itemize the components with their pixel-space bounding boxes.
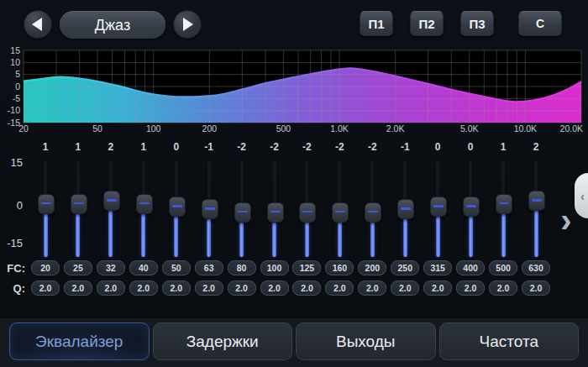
band-gain-slider[interactable]	[323, 158, 356, 259]
band-q-button[interactable]: 2.0	[358, 280, 386, 296]
slider-thumb[interactable]	[365, 202, 381, 223]
band-q-button[interactable]: 2.0	[456, 280, 485, 296]
slider-thumb[interactable]	[71, 194, 87, 214]
band-q-button[interactable]: 2.0	[31, 280, 60, 296]
right-arrow-icon	[183, 18, 193, 31]
band-gain-value: 1	[61, 141, 95, 153]
equalizer-panel: 15 0 -15 FC: Q: 1202.01252.02322.01402.0…	[0, 141, 588, 304]
thumb-accent-line	[532, 199, 542, 202]
band-fc-button[interactable]: 200	[358, 260, 386, 275]
band-q-button[interactable]: 2.0	[292, 280, 321, 296]
slider-fill	[76, 211, 80, 257]
slider-thumb[interactable]	[202, 199, 218, 219]
band-fc-button[interactable]: 20	[31, 260, 60, 275]
band-fc-button[interactable]: 80	[228, 260, 256, 275]
tab-outputs[interactable]: Выходы	[296, 322, 436, 360]
preset-memory-buttons: П1П2П3C	[360, 11, 562, 36]
preset-slot-1[interactable]: П1	[360, 11, 393, 36]
eq-band-63: -1632.0	[192, 141, 226, 304]
band-gain-slider[interactable]	[486, 158, 520, 259]
band-gain-slider[interactable]	[225, 158, 259, 259]
slider-thumb[interactable]	[496, 194, 512, 214]
band-gain-value: -2	[323, 141, 356, 153]
band-gain-value: -2	[258, 141, 291, 153]
preset-slot-3[interactable]: П3	[460, 11, 494, 36]
preset-slot-2[interactable]: П2	[410, 11, 444, 36]
band-fc-button[interactable]: 100	[260, 260, 289, 275]
band-gain-slider[interactable]	[29, 158, 62, 259]
slider-thumb[interactable]	[103, 191, 120, 211]
preset-name[interactable]: Джаз	[60, 11, 165, 39]
band-fc-button[interactable]: 400	[456, 260, 485, 275]
band-fc-button[interactable]: 63	[195, 260, 223, 275]
band-gain-slider[interactable]	[355, 158, 389, 259]
band-q-button[interactable]: 2.0	[162, 280, 191, 296]
band-q-button[interactable]: 2.0	[325, 280, 354, 296]
band-fc-button[interactable]: 250	[391, 260, 419, 275]
band-gain-value: 2	[519, 141, 553, 153]
slider-fill	[141, 211, 145, 257]
band-fc-button[interactable]: 315	[423, 260, 452, 275]
svg-text:20: 20	[18, 123, 29, 134]
band-q-button[interactable]: 2.0	[228, 280, 256, 296]
eq-band-20: 1202.0	[29, 141, 62, 304]
band-q-button[interactable]: 2.0	[522, 280, 550, 296]
band-q-button[interactable]: 2.0	[195, 280, 223, 296]
band-fc-button[interactable]: 160	[325, 260, 354, 275]
band-q-button[interactable]: 2.0	[129, 280, 158, 296]
slider-thumb[interactable]	[430, 197, 447, 217]
band-q-button[interactable]: 2.0	[64, 280, 92, 296]
band-fc-button[interactable]: 25	[64, 260, 92, 275]
band-gain-slider[interactable]	[192, 158, 226, 259]
band-q-button[interactable]: 2.0	[489, 280, 517, 296]
tab-delays[interactable]: Задержки	[153, 322, 293, 360]
svg-text:100: 100	[146, 123, 161, 134]
tab-frequency[interactable]: Частота	[439, 322, 580, 360]
svg-text:-5: -5	[13, 93, 20, 103]
thumb-accent-line	[238, 211, 248, 213]
svg-text:0: 0	[15, 81, 20, 92]
slider-thumb[interactable]	[332, 202, 349, 223]
band-gain-slider[interactable]	[421, 158, 454, 259]
reset-button[interactable]: C	[518, 11, 562, 36]
svg-text:500: 500	[276, 123, 291, 134]
band-q-button[interactable]: 2.0	[260, 280, 289, 296]
svg-text:5: 5	[15, 69, 20, 79]
slider-thumb[interactable]	[169, 197, 186, 217]
band-fc-button[interactable]: 500	[489, 260, 517, 275]
slider-thumb[interactable]	[136, 194, 153, 214]
band-fc-button[interactable]: 32	[97, 260, 125, 275]
band-fc-button[interactable]: 40	[129, 260, 158, 275]
thumb-accent-line	[335, 211, 345, 213]
svg-text:20.0K: 20.0K	[560, 123, 583, 134]
band-gain-slider[interactable]	[290, 158, 323, 259]
band-gain-slider[interactable]	[94, 158, 128, 259]
preset-prev-button[interactable]	[24, 10, 52, 39]
band-gain-slider[interactable]	[258, 158, 291, 259]
side-panel-handle[interactable]: ‹	[575, 173, 588, 218]
band-q-button[interactable]: 2.0	[97, 280, 125, 296]
band-fc-button[interactable]: 630	[522, 260, 550, 275]
band-fc-button[interactable]: 125	[292, 260, 321, 275]
band-gain-slider[interactable]	[519, 158, 553, 259]
slider-thumb[interactable]	[38, 194, 55, 214]
band-gain-slider[interactable]	[160, 158, 193, 259]
band-q-button[interactable]: 2.0	[423, 280, 452, 296]
band-gain-slider[interactable]	[127, 158, 160, 259]
band-q-button[interactable]: 2.0	[391, 280, 419, 296]
slider-thumb[interactable]	[463, 197, 480, 217]
band-gain-slider[interactable]	[61, 158, 95, 259]
slider-thumb[interactable]	[267, 202, 284, 223]
band-gain-slider[interactable]	[388, 158, 422, 259]
slider-fill	[108, 207, 113, 257]
eq-band-50: 0502.0	[160, 141, 193, 304]
slider-thumb[interactable]	[234, 202, 251, 223]
preset-next-button[interactable]	[173, 10, 202, 39]
slider-thumb[interactable]	[528, 191, 545, 211]
slider-thumb[interactable]	[299, 202, 316, 223]
slider-thumb[interactable]	[397, 199, 414, 219]
svg-text:5.0K: 5.0K	[460, 123, 479, 134]
band-fc-button[interactable]: 50	[162, 260, 191, 275]
band-gain-slider[interactable]	[454, 158, 487, 259]
tab-equalizer[interactable]: Эквалайзер	[9, 322, 150, 360]
